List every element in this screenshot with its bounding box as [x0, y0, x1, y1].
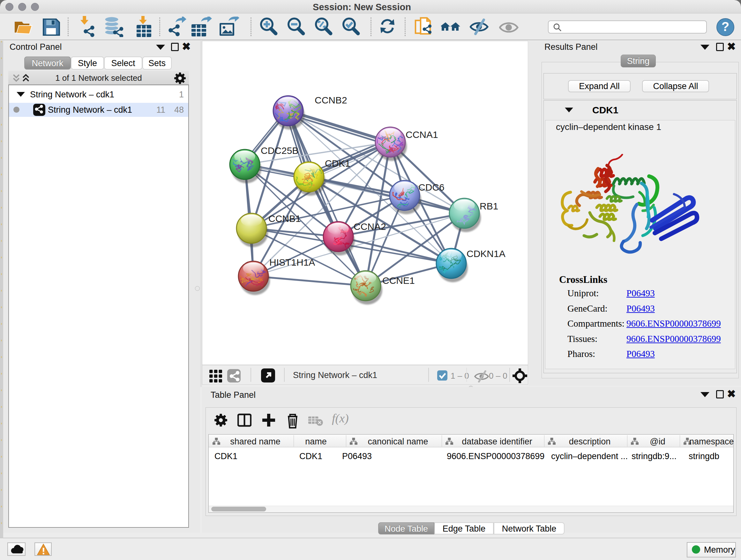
svg-text:CCNE1: CCNE1	[382, 275, 415, 286]
svg-text:?: ?	[722, 19, 729, 34]
svg-text:CCNA2: CCNA2	[354, 221, 386, 232]
svg-text:CDC6: CDC6	[418, 182, 445, 192]
svg-text:CCNA1: CCNA1	[406, 129, 438, 140]
svg-text:CDC25B: CDC25B	[261, 145, 298, 156]
svg-text:CCNB2: CCNB2	[315, 95, 347, 105]
svg-text:CDK1: CDK1	[325, 158, 350, 169]
svg-text:HIST1H1A: HIST1H1A	[269, 257, 315, 267]
svg-text:RB1: RB1	[480, 201, 498, 211]
svg-text:CDKN1A: CDKN1A	[467, 248, 506, 259]
svg-text:CCNB1: CCNB1	[268, 213, 301, 224]
